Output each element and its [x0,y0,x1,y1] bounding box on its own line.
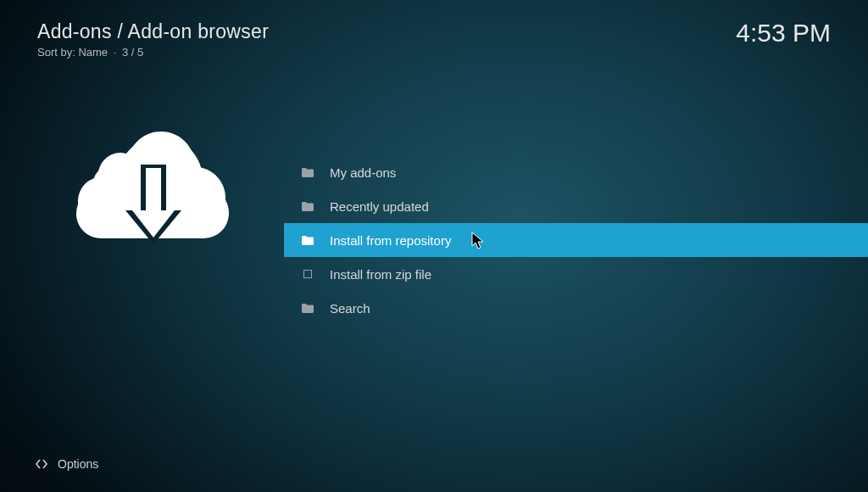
folder-icon [301,234,314,246]
menu-item-label: Install from zip file [330,267,431,282]
menu-list: My add-ons Recently updated Install from… [284,155,868,325]
menu-item-install-from-zip[interactable]: Install from zip file [284,257,868,291]
svg-rect-4 [146,168,161,215]
svg-rect-6 [303,270,312,278]
menu-item-recently-updated[interactable]: Recently updated [284,189,868,223]
clock: 4:53 PM [736,19,831,48]
menu-item-install-from-repository[interactable]: Install from repository [284,223,868,257]
options-label: Options [58,457,98,471]
menu-item-label: Search [330,301,370,316]
options-button[interactable]: Options [34,456,98,472]
menu-item-search[interactable]: Search [284,291,868,325]
list-position: 3 / 5 [122,46,143,59]
folder-icon [301,302,314,314]
app-screen: Add-ons / Add-on browser Sort by: Name ·… [0,0,868,492]
sort-label: Sort by: [37,46,75,59]
folder-icon [301,166,314,178]
header: Add-ons / Add-on browser Sort by: Name ·… [37,20,831,59]
options-icon [34,456,49,472]
cloud-download-icon [76,119,229,246]
header-left: Add-ons / Add-on browser Sort by: Name ·… [37,20,269,59]
box-icon [301,268,314,280]
menu-item-my-addons[interactable]: My add-ons [284,155,868,189]
sort-value: Name [78,46,108,59]
menu-item-label: My add-ons [330,165,396,180]
breadcrumb: Add-ons / Add-on browser [37,20,269,43]
folder-icon [301,200,314,212]
sort-separator: · [111,46,120,59]
header-subline: Sort by: Name · 3 / 5 [37,46,269,59]
menu-item-label: Install from repository [330,233,451,248]
menu-item-label: Recently updated [330,199,429,214]
